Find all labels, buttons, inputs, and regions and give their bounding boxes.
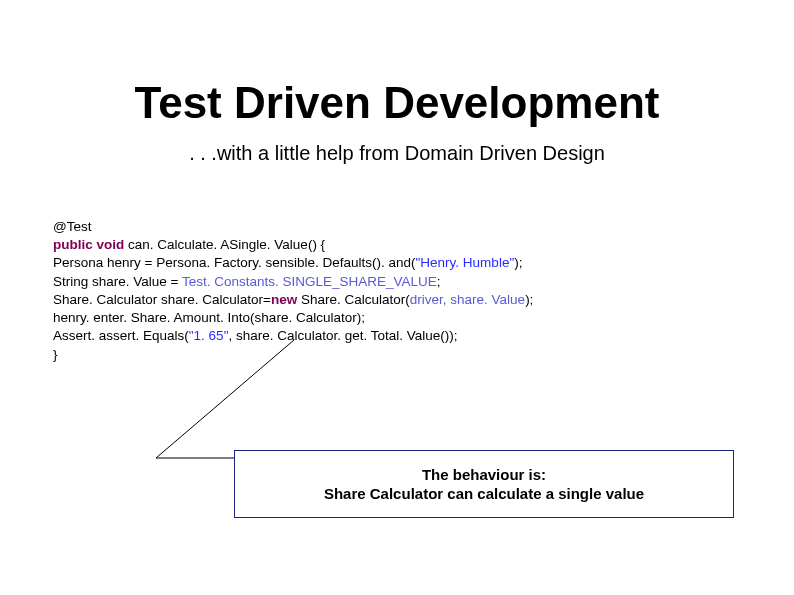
code-text: ;: [437, 274, 441, 289]
code-text: Persona henry = Persona. Factory. sensib…: [53, 255, 416, 270]
slide-title: Test Driven Development: [0, 78, 794, 128]
keyword: public void: [53, 237, 124, 252]
code-line-5: Share. Calculator share. Calculator=new …: [53, 291, 693, 309]
code-text: Assert. assert. Equals(: [53, 328, 189, 343]
code-text: , share. Calculator. get. Total. Value()…: [228, 328, 457, 343]
code-text: String share. Value =: [53, 274, 182, 289]
code-text: Share. Calculator(: [297, 292, 410, 307]
string-literal: "Henry. Humble": [416, 255, 515, 270]
string-literal: "1. 65": [189, 328, 229, 343]
identifier: driver, share. Value: [410, 292, 525, 307]
code-line-6: henry. enter. Share. Amount. Into(share.…: [53, 309, 693, 327]
behaviour-line-1: The behaviour is:: [422, 465, 546, 485]
code-line-4: String share. Value = Test. Constants. S…: [53, 273, 693, 291]
code-line-7: Assert. assert. Equals("1. 65", share. C…: [53, 327, 693, 345]
slide-subtitle: . . .with a little help from Domain Driv…: [0, 142, 794, 165]
code-text: );: [525, 292, 533, 307]
code-sample: @Test public void can. Calculate. ASingl…: [53, 218, 693, 364]
code-text: );: [514, 255, 522, 270]
keyword: new: [271, 292, 297, 307]
behaviour-callout: The behaviour is: Share Calculator can c…: [234, 450, 734, 518]
code-line-8: }: [53, 346, 693, 364]
code-line-1: @Test: [53, 218, 693, 236]
code-text: can. Calculate. ASingle. Value() {: [124, 237, 325, 252]
code-line-2: public void can. Calculate. ASingle. Val…: [53, 236, 693, 254]
code-text: Share. Calculator share. Calculator=: [53, 292, 271, 307]
code-line-3: Persona henry = Persona. Factory. sensib…: [53, 254, 693, 272]
behaviour-line-2: Share Calculator can calculate a single …: [324, 484, 644, 504]
identifier: Test. Constants. SINGLE_SHARE_VALUE: [182, 274, 437, 289]
